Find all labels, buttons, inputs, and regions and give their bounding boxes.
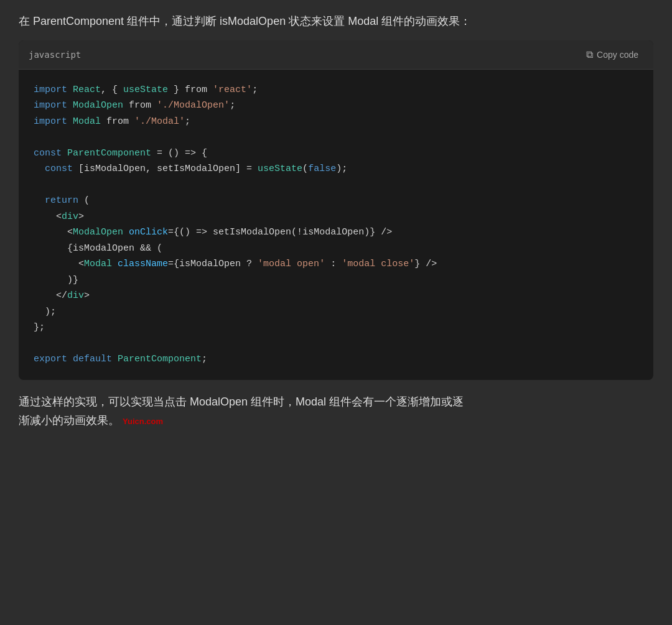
- code-lang: javascript: [29, 50, 81, 60]
- code-line-17: [34, 336, 638, 352]
- code-line-2: import ModalOpen from './ModalOpen';: [34, 98, 638, 114]
- code-line-8: return (: [34, 193, 638, 209]
- code-line-11: {isModalOpen && (: [34, 241, 638, 257]
- code-line-3: import Modal from './Modal';: [34, 114, 638, 130]
- code-block: javascript ⧉ Copy code import React, { u…: [19, 40, 653, 380]
- code-line-1: import React, { useState } from 'react';: [34, 82, 638, 98]
- copy-label: Copy code: [597, 50, 638, 60]
- copy-icon: ⧉: [586, 49, 593, 60]
- code-line-16: };: [34, 320, 638, 336]
- code-line-5: const ParentComponent = () => {: [34, 146, 638, 162]
- description-bottom-line2: 渐减小的动画效果。: [19, 414, 119, 427]
- description-top: 在 ParentComponent 组件中，通过判断 isModalOpen 状…: [19, 12, 653, 30]
- code-line-9: <div>: [34, 209, 638, 225]
- code-line-18: export default ParentComponent;: [34, 351, 638, 368]
- code-line-12: <Modal className={isModalOpen ? 'modal o…: [34, 256, 638, 272]
- code-line-7: [34, 177, 638, 193]
- code-block-header: javascript ⧉ Copy code: [19, 40, 653, 70]
- watermark: Yuicn.com: [123, 417, 163, 426]
- description-bottom-line1: 通过这样的实现，可以实现当点击 ModalOpen 组件时，Modal 组件会有…: [19, 396, 464, 408]
- code-content: import React, { useState } from 'react';…: [19, 70, 653, 380]
- code-line-15: );: [34, 304, 638, 320]
- code-line-13: )}: [34, 272, 638, 289]
- description-bottom: 通过这样的实现，可以实现当点击 ModalOpen 组件时，Modal 组件会有…: [19, 392, 653, 443]
- code-line-4: [34, 129, 638, 146]
- code-line-10: <ModalOpen onClick={() => setIsModalOpen…: [34, 225, 638, 241]
- code-line-14: </div>: [34, 288, 638, 304]
- code-line-6: const [isModalOpen, setIsModalOpen] = us…: [34, 161, 638, 177]
- copy-code-button[interactable]: ⧉ Copy code: [581, 47, 643, 63]
